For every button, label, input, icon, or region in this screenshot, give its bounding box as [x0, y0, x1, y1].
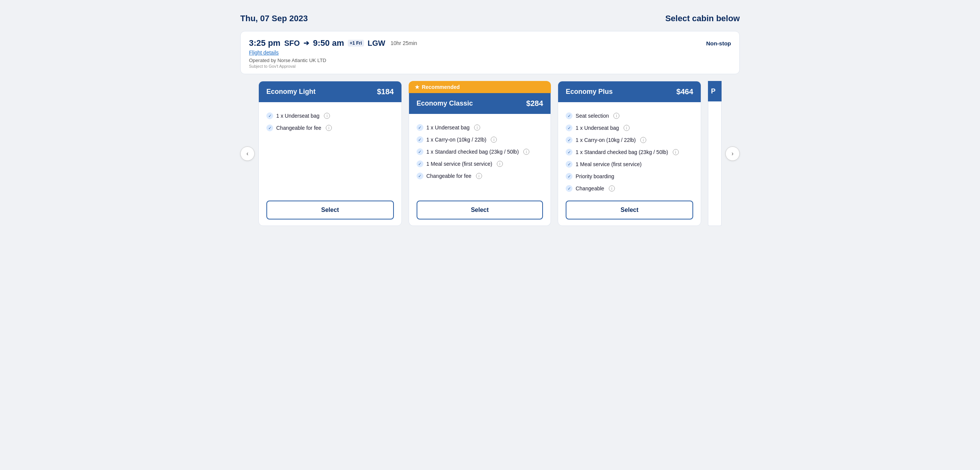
- feature-text: 1 x Standard checked bag (23kg / 50lb): [576, 149, 668, 155]
- chevron-right-icon: ›: [732, 150, 733, 157]
- card-header-economy-plus: Economy Plus $464: [558, 81, 701, 102]
- check-icon: ✓: [417, 124, 423, 131]
- feature-item: ✓ Changeable for fee i: [266, 122, 394, 134]
- card-price-economy-light: $184: [377, 88, 394, 96]
- feature-item: ✓ 1 Meal service (first service) i: [417, 158, 543, 170]
- feature-list-economy-light: ✓ 1 x Underseat bag i ✓ Changeable for f…: [266, 110, 394, 194]
- feature-text: Changeable for fee: [426, 173, 471, 179]
- feature-item: ✓ 1 x Underseat bag i: [566, 122, 693, 134]
- flight-arrow-icon: ➔: [304, 39, 309, 47]
- feature-item: ✓ Seat selection i: [566, 110, 693, 122]
- recommended-wrapper: ★ Recommended Economy Classic $284 ✓ 1 x…: [409, 81, 551, 226]
- check-icon: ✓: [417, 161, 423, 167]
- info-icon[interactable]: i: [640, 137, 646, 143]
- feature-item: ✓ 1 x Standard checked bag (23kg / 50lb)…: [417, 146, 543, 158]
- check-icon: ✓: [566, 137, 573, 143]
- info-icon[interactable]: i: [497, 161, 503, 167]
- info-icon[interactable]: i: [491, 137, 497, 143]
- arrival-airport: LGW: [368, 39, 385, 48]
- select-button-economy-classic[interactable]: Select: [417, 201, 543, 220]
- check-icon: ✓: [266, 124, 273, 131]
- card-price-economy-classic: $284: [526, 99, 543, 108]
- check-icon: ✓: [266, 112, 273, 119]
- select-button-economy-light[interactable]: Select: [266, 201, 394, 220]
- info-icon[interactable]: i: [326, 125, 332, 131]
- card-body-economy-classic: ✓ 1 x Underseat bag i ✓ 1 x Carry-on (10…: [409, 114, 551, 226]
- feature-text: 1 x Carry-on (10kg / 22lb): [576, 137, 636, 143]
- arrival-day-offset: +1 Fri: [348, 40, 364, 46]
- info-icon[interactable]: i: [624, 125, 630, 131]
- next-button[interactable]: ›: [725, 147, 740, 161]
- card-header-economy-classic: Economy Classic $284: [409, 93, 551, 114]
- page-header: Thu, 07 Sep 2023 Select cabin below: [240, 8, 740, 31]
- feature-text: Changeable for fee: [276, 125, 321, 131]
- check-icon: ✓: [417, 136, 423, 143]
- feature-text: 1 Meal service (first service): [426, 161, 492, 167]
- feature-list-economy-plus: ✓ Seat selection i ✓ 1 x Underseat bag i…: [566, 110, 693, 194]
- feature-text: 1 Meal service (first service): [576, 161, 641, 167]
- check-icon: ✓: [566, 149, 573, 156]
- feature-item: ✓ 1 x Underseat bag i: [266, 110, 394, 122]
- card-price-economy-plus: $464: [676, 88, 694, 96]
- card-body-economy-light: ✓ 1 x Underseat bag i ✓ Changeable for f…: [259, 102, 401, 226]
- card-economy-light: Economy Light $184 ✓ 1 x Underseat bag i…: [258, 81, 402, 226]
- feature-item: ✓ 1 x Standard checked bag (23kg / 50lb)…: [566, 146, 693, 158]
- select-button-economy-plus[interactable]: Select: [566, 201, 693, 220]
- feature-item: ✓ Changeable for fee i: [417, 170, 543, 182]
- info-icon[interactable]: i: [476, 173, 482, 179]
- star-icon: ★: [415, 84, 420, 90]
- card-economy-plus: Economy Plus $464 ✓ Seat selection i ✓ 1…: [558, 81, 701, 226]
- feature-item: ✓ Priority boarding: [566, 170, 693, 182]
- feature-item: ✓ 1 x Underseat bag i: [417, 121, 543, 134]
- arrival-time: 9:50 am: [313, 38, 344, 48]
- check-icon: ✓: [566, 124, 573, 131]
- feature-text: 1 x Underseat bag: [276, 113, 319, 119]
- feature-item: ✓ 1 Meal service (first service): [566, 158, 693, 170]
- info-icon[interactable]: i: [523, 149, 529, 155]
- flight-operator: Operated by Norse Atlantic UK LTD: [249, 57, 731, 63]
- info-icon[interactable]: i: [474, 124, 480, 131]
- feature-text: Priority boarding: [576, 173, 614, 179]
- date-label: Thu, 07 Sep 2023: [240, 14, 308, 24]
- card-partial-header: P: [708, 81, 722, 101]
- flight-details-link[interactable]: Flight details: [249, 49, 279, 56]
- feature-text: 1 x Standard checked bag (23kg / 50lb): [426, 149, 519, 155]
- departure-time: 3:25 pm: [249, 38, 280, 48]
- feature-text: Seat selection: [576, 113, 609, 119]
- check-icon: ✓: [566, 185, 573, 192]
- card-body-economy-plus: ✓ Seat selection i ✓ 1 x Underseat bag i…: [558, 102, 701, 226]
- feature-item: ✓ Changeable i: [566, 182, 693, 194]
- info-icon[interactable]: i: [609, 185, 615, 191]
- prev-button[interactable]: ‹: [240, 147, 255, 161]
- check-icon: ✓: [566, 161, 573, 168]
- feature-text: 1 x Underseat bag: [426, 124, 469, 131]
- info-icon[interactable]: i: [613, 113, 619, 119]
- departure-airport: SFO: [284, 39, 300, 48]
- select-cabin-label: Select cabin below: [665, 14, 740, 24]
- recommended-label: Recommended: [422, 84, 460, 90]
- card-title-economy-plus: Economy Plus: [566, 88, 612, 96]
- card-economy-classic: Economy Classic $284 ✓ 1 x Underseat bag…: [409, 93, 551, 226]
- info-icon[interactable]: i: [324, 113, 330, 119]
- feature-list-economy-classic: ✓ 1 x Underseat bag i ✓ 1 x Carry-on (10…: [417, 121, 543, 194]
- feature-text: Changeable: [576, 185, 604, 191]
- chevron-left-icon: ‹: [246, 150, 248, 157]
- feature-item: ✓ 1 x Carry-on (10kg / 22lb) i: [566, 134, 693, 146]
- flight-duration: 10hr 25min: [390, 40, 417, 46]
- page-wrapper: Thu, 07 Sep 2023 Select cabin below 3:25…: [240, 8, 740, 226]
- flight-row: 3:25 pm SFO ➔ 9:50 am +1 Fri LGW 10hr 25…: [249, 38, 731, 48]
- flight-approval: Subject to Gov't Approval: [249, 64, 731, 69]
- check-icon: ✓: [566, 173, 573, 180]
- card-title-economy-classic: Economy Classic: [417, 100, 473, 107]
- cards-outer: ‹ Economy Light $184 ✓ 1 x Underseat bag…: [240, 81, 740, 226]
- check-icon: ✓: [566, 112, 573, 119]
- card-header-economy-light: Economy Light $184: [259, 81, 401, 102]
- cards-container: Economy Light $184 ✓ 1 x Underseat bag i…: [258, 81, 722, 226]
- partial-title: P: [711, 88, 716, 96]
- info-icon[interactable]: i: [673, 149, 679, 155]
- stop-type: Non-stop: [706, 40, 731, 46]
- card-partial-body: [708, 101, 722, 226]
- feature-item: ✓ 1 x Carry-on (10kg / 22lb) i: [417, 134, 543, 146]
- check-icon: ✓: [417, 172, 423, 179]
- check-icon: ✓: [417, 148, 423, 155]
